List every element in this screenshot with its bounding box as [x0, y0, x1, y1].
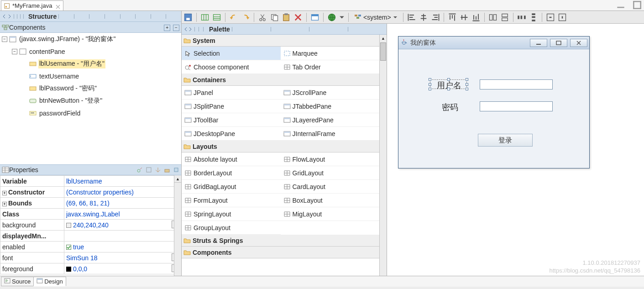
tree-row-contentpane[interactable]: − contentPane	[0, 45, 181, 58]
props-tool-3[interactable]	[155, 167, 161, 173]
tree-row-lblusername[interactable]: lblUsername - "用户名"	[0, 58, 181, 70]
palette-section-header[interactable]: System	[182, 35, 387, 47]
props-tool-2[interactable]	[146, 167, 152, 173]
align-right-icon[interactable]	[431, 13, 440, 22]
palette-item[interactable]: GroupLayout	[182, 221, 281, 235]
palette-section-header[interactable]: Struts & Springs	[182, 235, 387, 247]
tree-row-jframe[interactable]: − (javax.swing.JFrame) - "我的窗体"	[0, 33, 181, 45]
space-v-icon[interactable]	[529, 13, 538, 22]
align-left-icon[interactable]	[407, 13, 416, 22]
tree-toggle[interactable]: −	[12, 49, 17, 54]
preview-text-username[interactable]	[480, 79, 553, 89]
tab-source[interactable]: Source	[1, 277, 34, 286]
same-width-icon[interactable]	[488, 13, 497, 22]
dropdown-icon[interactable]	[339, 13, 345, 22]
palette-item[interactable]: JToolBar	[182, 113, 281, 127]
preview-close-icon[interactable]	[570, 39, 587, 47]
checkbox-icon[interactable]	[66, 245, 71, 250]
preview-content-pane[interactable]: 用户名 密码 登录	[398, 49, 589, 168]
props-tool-5[interactable]	[173, 167, 179, 173]
palette-item[interactable]: JDesktopPane	[182, 127, 281, 141]
tree-row-textusername[interactable]: textUsername	[0, 70, 181, 82]
preview-password-field[interactable]	[480, 101, 553, 111]
expand-all-icon[interactable]: +	[164, 25, 170, 31]
selection-box[interactable]: 用户名	[430, 79, 467, 89]
property-row[interactable]: foreground0,0,0...	[0, 263, 181, 274]
test-icon[interactable]	[310, 13, 319, 22]
tab-design[interactable]: Design	[33, 277, 66, 286]
scroll-thumb[interactable]	[380, 42, 386, 61]
redo-icon[interactable]	[241, 13, 250, 22]
tree-row-passwordfield[interactable]: *** passwordField	[0, 107, 181, 119]
globe-icon[interactable]	[327, 13, 336, 22]
palette-section-header[interactable]: Layouts	[182, 141, 387, 152]
palette-item[interactable]: FormLayout	[182, 194, 281, 207]
collapse-all-icon[interactable]: −	[173, 25, 179, 31]
preview-maximize-icon[interactable]	[550, 39, 567, 47]
same-height-icon[interactable]	[500, 13, 509, 22]
palette-item[interactable]: MigLayout	[281, 207, 380, 221]
palette-item[interactable]: JTabbedPane	[281, 100, 380, 113]
property-row[interactable]: +Constructor(Constructor properties)	[0, 187, 181, 198]
save-icon[interactable]	[183, 13, 193, 22]
palette-item[interactable]: Selection	[182, 47, 281, 60]
palette-item[interactable]: Marquee	[281, 47, 380, 60]
undo-icon[interactable]	[229, 13, 238, 22]
align-top-icon[interactable]	[448, 13, 457, 22]
palette-item[interactable]: BoxLayout	[281, 194, 380, 207]
property-row[interactable]: +Bounds(69, 66, 81, 21)	[0, 198, 181, 209]
tree-row-btnnewbutton[interactable]: btnNewButton - "登录"	[0, 95, 181, 107]
paste-icon[interactable]	[282, 13, 291, 22]
palette-item[interactable]: FlowLayout	[281, 152, 380, 166]
scroll-up-icon[interactable]: ▲	[380, 35, 387, 42]
palette-item[interactable]: Absolute layout	[182, 152, 281, 166]
center-h-icon[interactable]	[546, 13, 555, 22]
props-tool-1[interactable]	[136, 167, 143, 173]
design-canvas[interactable]: 我的窗体	[387, 24, 644, 276]
props-tool-4[interactable]	[164, 167, 170, 173]
file-tab[interactable]: *MyFrame.java	[1, 0, 63, 11]
property-row[interactable]: displayedMn...	[0, 231, 181, 242]
tb-btn-3[interactable]	[212, 13, 221, 22]
tree-row-lblpassword[interactable]: lblPassword - "密码"	[0, 82, 181, 95]
property-row[interactable]: background240,240,240...	[0, 220, 181, 231]
property-row[interactable]: VariablelblUsername	[0, 176, 181, 187]
palette-section-header[interactable]: Components	[182, 247, 387, 258]
tree-toggle[interactable]: −	[2, 37, 7, 42]
palette-item[interactable]: BorderLayout	[182, 166, 281, 180]
palette-item[interactable]: JLayeredPane	[281, 113, 380, 127]
palette-item[interactable]: SpringLayout	[182, 207, 281, 221]
palette-item[interactable]: Choose component	[182, 60, 281, 74]
scroll-up-icon[interactable]: ▲	[174, 175, 181, 183]
property-row[interactable]: Classjavax.swing.JLabel	[0, 209, 181, 220]
property-row[interactable]: enabledtrue	[0, 242, 181, 252]
close-icon[interactable]	[56, 4, 60, 8]
align-center-h-icon[interactable]	[419, 13, 428, 22]
preview-login-button[interactable]: 登录	[478, 134, 533, 147]
cut-icon[interactable]	[258, 13, 267, 22]
expand-icon[interactable]: +	[2, 202, 7, 206]
look-and-feel-combo[interactable]: <system>	[352, 13, 399, 21]
minimize-icon[interactable]	[617, 2, 625, 8]
align-center-v-icon[interactable]	[460, 13, 469, 22]
align-bottom-icon[interactable]	[471, 13, 481, 22]
palette-item[interactable]: Tab Order	[281, 60, 380, 74]
palette-item[interactable]: GridBagLayout	[182, 180, 281, 194]
palette-item[interactable]: JInternalFrame	[281, 127, 380, 141]
palette-item[interactable]: JSplitPane	[182, 100, 281, 113]
maximize-icon[interactable]	[633, 2, 641, 8]
palette-item[interactable]: JScrollPane	[281, 86, 380, 100]
property-row[interactable]: fontSimSun 18...	[0, 252, 181, 263]
tb-btn-2[interactable]	[200, 13, 209, 22]
palette-section-header[interactable]: Containers	[182, 74, 387, 86]
copy-icon[interactable]	[270, 13, 279, 22]
palette-item[interactable]: JPanel	[182, 86, 281, 100]
center-v-icon[interactable]	[558, 13, 567, 22]
preview-minimize-icon[interactable]	[530, 39, 547, 47]
space-h-icon[interactable]	[517, 13, 526, 22]
expand-icon[interactable]: +	[2, 191, 7, 195]
palette-item[interactable]: GridLayout	[281, 166, 380, 180]
palette-scrollbar[interactable]: ▲	[379, 35, 387, 276]
palette-item[interactable]: CardLayout	[281, 180, 380, 194]
properties-scrollbar[interactable]: ▲	[174, 175, 181, 276]
